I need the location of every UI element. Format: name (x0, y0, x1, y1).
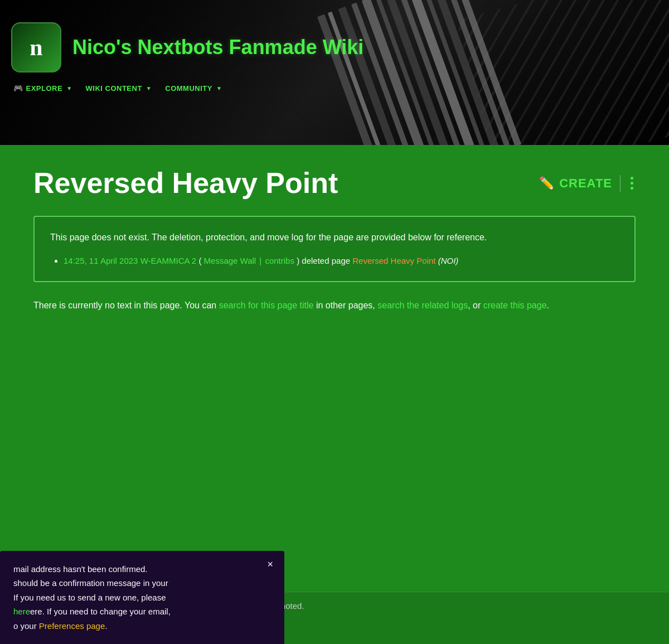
pipe-separator: | (259, 256, 264, 265)
page-title: Reversed Heavy Point (33, 167, 338, 199)
log-entry: 14:25, 11 April 2023 W-EAMMICA 2 ( Messa… (64, 254, 619, 268)
nav-wiki-content[interactable]: WIKI CONTENT ▼ (86, 84, 152, 93)
wiki-logo[interactable]: n (11, 22, 61, 72)
dot-3 (631, 187, 633, 190)
no-text-suffix: , or (468, 301, 483, 310)
popup-close-button[interactable]: × (264, 558, 277, 572)
search-title-link[interactable]: search for this page title (219, 301, 314, 310)
logo-letter: n (30, 34, 42, 61)
log-user-link[interactable]: W-EAMMICA 2 (140, 256, 197, 265)
log-page-link[interactable]: Reversed Heavy Point (352, 256, 435, 265)
create-label: CREATE (559, 176, 612, 191)
dot-2 (631, 182, 633, 185)
site-header: n Nico's Nextbots Fanmade Wiki 🎮 EXPLORE… (0, 0, 669, 145)
popup-line2: should be a confirmation message in your (13, 578, 168, 588)
more-options-button[interactable] (628, 175, 636, 192)
no-text-end: . (547, 301, 549, 310)
popup-line5-prefix: o your (13, 621, 39, 631)
log-close-paren: ) (297, 256, 302, 265)
email-confirmation-popup: × mail address hasn't been confirmed. sh… (0, 551, 284, 645)
header-top: n Nico's Nextbots Fanmade Wiki (11, 22, 652, 72)
create-button[interactable]: ✏️ CREATE (539, 176, 612, 191)
message-wall-link[interactable]: Message Wall (204, 256, 256, 265)
info-box: This page does not exist. The deletion, … (33, 216, 636, 282)
create-page-link[interactable]: create this page (483, 301, 547, 310)
page-actions: ✏️ CREATE (539, 175, 636, 192)
log-timestamp-link[interactable]: 14:25, 11 April 2023 (64, 256, 138, 265)
no-text-notice: There is currently no text in this page.… (33, 298, 636, 313)
page-title-row: Reversed Heavy Point ✏️ CREATE (33, 167, 636, 199)
no-text-prefix: There is currently no text in this page.… (33, 301, 219, 310)
popup-line4: ere. If you need to change your email, (30, 607, 171, 616)
dot-1 (631, 177, 633, 180)
popup-line3: If you need us to send a new one, please (13, 593, 166, 602)
log-note: (NOI) (438, 256, 459, 265)
explore-icon: 🎮 (13, 84, 23, 93)
header-nav: 🎮 EXPLORE ▼ WIKI CONTENT ▼ COMMUNITY ▼ (11, 84, 652, 93)
info-box-text: This page does not exist. The deletion, … (50, 230, 619, 245)
wiki-title: Nico's Nextbots Fanmade Wiki (72, 36, 363, 59)
log-open-paren: ( (198, 256, 201, 265)
popup-content: mail address hasn't been confirmed. shou… (13, 562, 271, 633)
community-arrow-icon: ▼ (216, 85, 222, 91)
nav-wiki-content-label: WIKI CONTENT (86, 84, 142, 93)
nav-explore[interactable]: 🎮 EXPLORE ▼ (13, 84, 72, 93)
nav-explore-label: EXPLORE (26, 84, 63, 93)
nav-community[interactable]: COMMUNITY ▼ (165, 84, 222, 93)
contribs-link[interactable]: contribs (265, 256, 294, 265)
action-divider (620, 175, 620, 192)
log-action: deleted page (302, 256, 350, 265)
main-content: Reversed Heavy Point ✏️ CREATE This page… (0, 145, 669, 591)
pencil-icon: ✏️ (539, 176, 555, 191)
info-box-log: 14:25, 11 April 2023 W-EAMMICA 2 ( Messa… (50, 254, 619, 268)
no-text-middle: in other pages, (314, 301, 378, 310)
preferences-link[interactable]: Preferences page (39, 621, 105, 631)
explore-arrow-icon: ▼ (66, 85, 72, 91)
popup-line5-suffix: . (105, 621, 107, 631)
wiki-content-arrow-icon: ▼ (146, 85, 152, 91)
popup-line1: mail address hasn't been confirmed. (13, 564, 148, 574)
header-content: n Nico's Nextbots Fanmade Wiki 🎮 EXPLORE… (0, 0, 669, 104)
nav-community-label: COMMUNITY (165, 84, 212, 93)
send-confirmation-link[interactable]: here (13, 607, 30, 616)
search-logs-link[interactable]: search the related logs (377, 301, 468, 310)
